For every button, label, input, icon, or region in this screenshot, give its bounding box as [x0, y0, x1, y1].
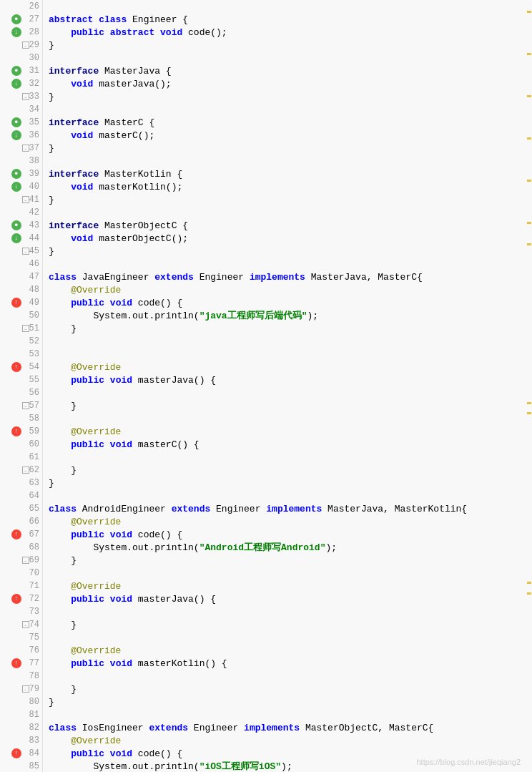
green-gutter-icon[interactable]: ●: [11, 169, 21, 179]
line-number-value: 48: [29, 285, 39, 295]
green-gutter-icon[interactable]: ●: [11, 14, 21, 24]
code-token: class: [49, 504, 82, 514]
fold-icon[interactable]: -: [22, 466, 29, 474]
line-number-value: 78: [29, 671, 39, 681]
fold-icon[interactable]: -: [22, 93, 29, 100]
code-token: [49, 748, 71, 759]
code-token: }: [49, 143, 54, 154]
fold-icon[interactable]: -: [22, 685, 29, 693]
fold-icon[interactable]: -: [22, 325, 29, 332]
code-line: }: [49, 554, 532, 567]
code-line: }: [49, 695, 532, 708]
code-line: }: [49, 245, 532, 258]
line-number-value: 84: [29, 748, 39, 758]
line-number-value: 74: [29, 620, 39, 630]
scroll-marker: [527, 592, 531, 595]
code-line: [49, 386, 532, 399]
code-line: public void code() {: [49, 296, 532, 309]
code-token: [49, 375, 71, 386]
line-number: ↓ 40: [0, 180, 42, 193]
line-number: - 79: [0, 683, 42, 695]
fold-icon[interactable]: -: [22, 41, 29, 49]
line-number-value: 46: [29, 259, 39, 269]
code-token: implements: [266, 504, 327, 514]
red-up-gutter-icon[interactable]: ↑: [11, 298, 21, 308]
code-token: void: [110, 748, 138, 759]
line-number-value: 52: [29, 336, 39, 346]
code-line: [49, 348, 532, 361]
code-token: interface: [49, 220, 104, 231]
fold-icon[interactable]: -: [22, 248, 29, 255]
code-token: implements: [244, 723, 305, 733]
fold-icon[interactable]: -: [22, 402, 29, 409]
line-number: 65: [0, 502, 42, 515]
code-token: }: [49, 323, 77, 334]
green-down-gutter-icon[interactable]: ↓: [11, 130, 21, 140]
line-number-value: 35: [29, 117, 39, 127]
line-number: - 51: [0, 322, 42, 335]
line-number: 73: [0, 605, 42, 618]
line-number: 26: [0, 0, 42, 13]
line-number: 75: [0, 631, 42, 644]
code-token: .println(: [149, 761, 199, 772]
scroll-marker: [527, 243, 531, 245]
code-token: code();: [188, 27, 227, 38]
code-token: void: [110, 658, 138, 669]
code-line: abstract class Engineer {: [49, 13, 532, 26]
fold-icon[interactable]: -: [22, 196, 29, 203]
line-number: 52: [0, 335, 42, 348]
code-token: [49, 439, 71, 450]
line-number: 46: [0, 258, 42, 270]
code-token: MasterObjectC, MasterC{: [305, 723, 433, 733]
line-number: - 69: [0, 554, 42, 567]
code-token: Engineer: [200, 272, 250, 283]
line-number: ↑ 72: [0, 592, 42, 605]
red-up-gutter-icon[interactable]: ↑: [11, 658, 21, 668]
code-token: out: [132, 542, 149, 553]
fold-icon[interactable]: -: [22, 621, 29, 628]
green-gutter-icon[interactable]: ●: [11, 66, 21, 76]
code-token: @Override: [49, 736, 121, 746]
line-number: - 74: [0, 618, 42, 631]
line-number-value: 53: [29, 349, 39, 359]
code-token: @Override: [49, 426, 121, 437]
green-down-gutter-icon[interactable]: ↓: [11, 182, 21, 192]
green-down-gutter-icon[interactable]: ↓: [11, 79, 21, 89]
code-token: code() {: [138, 529, 182, 540]
code-line: }: [49, 399, 532, 412]
line-number-value: 50: [29, 311, 39, 321]
red-up-gutter-icon[interactable]: ↑: [11, 748, 21, 758]
line-number: - 62: [0, 464, 42, 477]
code-line: public void masterKotlin() {: [49, 657, 532, 670]
code-token: @Override: [49, 285, 121, 295]
code-line: [49, 631, 532, 644]
fold-icon[interactable]: -: [22, 557, 29, 564]
code-token: abstract: [49, 14, 99, 25]
green-gutter-icon[interactable]: ●: [11, 220, 21, 230]
code-token: interface: [49, 169, 104, 180]
code-line: void masterObjectC();: [49, 232, 532, 245]
scroll-marker: [527, 412, 531, 414]
line-number: ↑ 49: [0, 296, 42, 309]
line-number-value: 68: [29, 542, 39, 552]
line-number-value: 55: [29, 375, 39, 385]
line-number-value: 47: [29, 272, 39, 282]
fold-icon[interactable]: -: [22, 145, 29, 152]
green-gutter-icon[interactable]: ●: [11, 117, 21, 127]
red-up-gutter-icon[interactable]: ↑: [11, 529, 21, 539]
line-number-value: 69: [29, 555, 39, 565]
line-number-value: 34: [29, 104, 39, 114]
green-down-gutter-icon[interactable]: ↓: [11, 233, 21, 243]
code-line: public abstract void code();: [49, 26, 532, 39]
red-up-gutter-icon[interactable]: ↑: [11, 594, 21, 604]
code-line: }: [49, 322, 532, 335]
line-number-value: 33: [29, 92, 39, 102]
red-up-gutter-icon[interactable]: ↑: [11, 362, 21, 372]
green-down-gutter-icon[interactable]: ↓: [11, 27, 21, 37]
line-number-value: 39: [29, 169, 39, 179]
line-number: ● 35: [0, 116, 42, 129]
scroll-marker: [527, 53, 531, 55]
code-content[interactable]: abstract class Engineer { public abstrac…: [43, 0, 532, 772]
red-up-gutter-icon[interactable]: ↑: [11, 426, 21, 436]
code-token: "Android工程师写Android": [200, 541, 326, 554]
